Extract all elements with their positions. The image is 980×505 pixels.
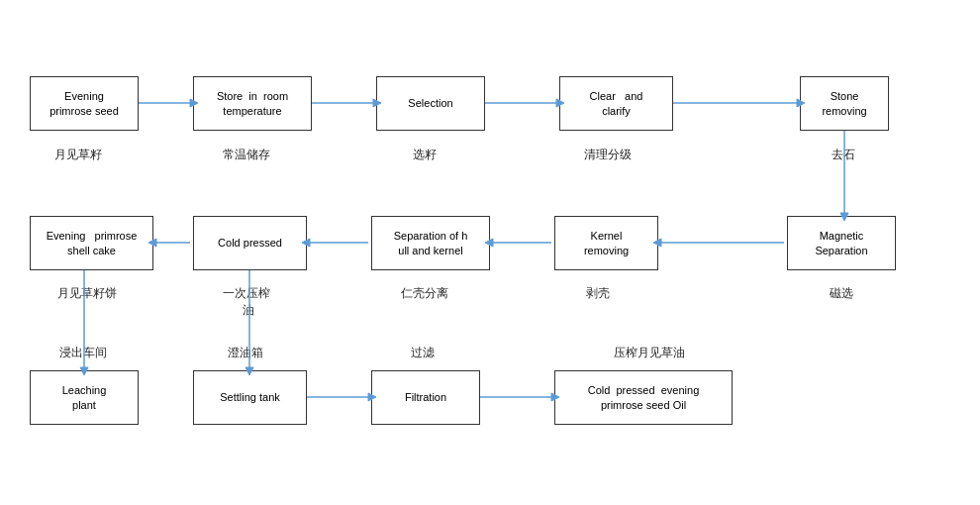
box-b5: Stone removing xyxy=(800,76,889,131)
label-5: 月见草籽饼 xyxy=(57,285,117,302)
box-b6: Evening primrose shell cake xyxy=(30,216,153,270)
box-b1: Evening primrose seed xyxy=(30,76,139,131)
label-1: 常温储存 xyxy=(223,147,270,163)
box-b4: Clear and clarify xyxy=(559,76,673,131)
box-b13: Filtration xyxy=(371,370,480,425)
page: Evening primrose seedStore in room tempe… xyxy=(0,0,980,505)
label-0: 月见草籽 xyxy=(54,147,102,163)
box-b7: Cold pressed xyxy=(193,216,307,270)
label-6: 一次压榨 xyxy=(223,285,270,302)
box-b8: Separation of h ull and kernel xyxy=(371,216,490,270)
label-2: 选籽 xyxy=(413,147,437,163)
label-14: 压榨月见草油 xyxy=(614,345,685,361)
box-b14: Cold pressed evening primrose seed Oil xyxy=(554,370,733,425)
box-b9: Kernel removing xyxy=(554,216,658,270)
label-8: 仁壳分离 xyxy=(401,285,448,302)
label-3: 清理分级 xyxy=(584,147,632,163)
label-10: 磁选 xyxy=(830,285,853,302)
label-11: 浸出车间 xyxy=(59,345,107,361)
label-4: 去石 xyxy=(832,147,855,163)
label-13: 过滤 xyxy=(411,345,435,361)
box-b12: Settling tank xyxy=(193,370,307,425)
box-b2: Store in room temperature xyxy=(193,76,312,131)
box-b3: Selection xyxy=(376,76,485,131)
box-b11: Leaching plant xyxy=(30,370,139,425)
label-12: 澄油箱 xyxy=(228,345,263,361)
box-b10: Magnetic Separation xyxy=(787,216,896,270)
label-9: 剥壳 xyxy=(586,285,610,302)
label-7: 油 xyxy=(243,302,254,319)
title-en xyxy=(0,0,980,8)
